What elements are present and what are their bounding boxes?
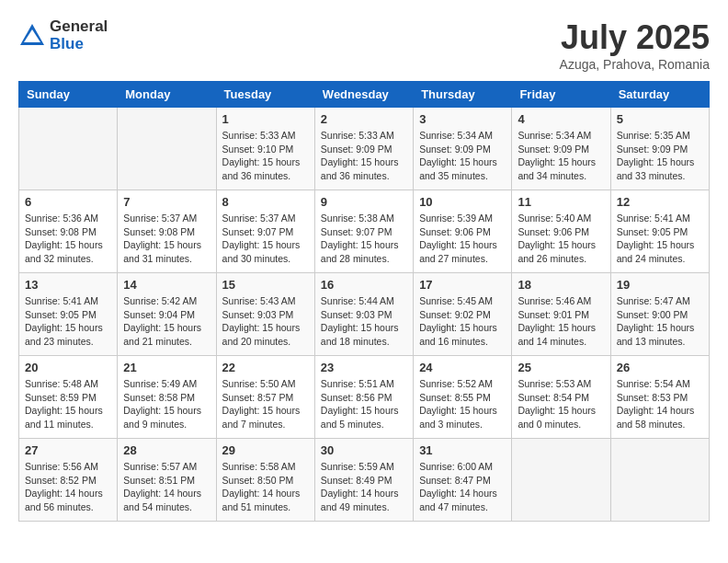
logo-text: General Blue	[50, 18, 108, 52]
day-number: 11	[518, 195, 604, 209]
calendar-cell: 26Sunrise: 5:54 AM Sunset: 8:53 PM Dayli…	[610, 356, 709, 439]
calendar-cell: 24Sunrise: 5:52 AM Sunset: 8:55 PM Dayli…	[414, 356, 512, 439]
day-number: 21	[123, 361, 210, 374]
calendar-cell: 6Sunrise: 5:36 AM Sunset: 9:08 PM Daylig…	[19, 190, 118, 273]
day-number: 9	[321, 195, 407, 209]
day-info: Sunrise: 5:37 AM Sunset: 9:08 PM Dayligh…	[123, 212, 210, 266]
day-info: Sunrise: 5:47 AM Sunset: 9:00 PM Dayligh…	[617, 294, 703, 349]
weekday-header: Tuesday	[216, 82, 314, 108]
day-number: 2	[321, 112, 407, 126]
weekday-header: Monday	[118, 82, 216, 108]
calendar-cell: 13Sunrise: 5:41 AM Sunset: 9:05 PM Dayli…	[19, 273, 118, 356]
calendar-cell	[610, 439, 709, 522]
day-info: Sunrise: 5:51 AM Sunset: 8:56 PM Dayligh…	[321, 377, 407, 431]
day-number: 8	[222, 195, 309, 209]
calendar-cell: 30Sunrise: 5:59 AM Sunset: 8:49 PM Dayli…	[314, 439, 413, 522]
day-info: Sunrise: 5:38 AM Sunset: 9:07 PM Dayligh…	[321, 212, 407, 266]
calendar-cell	[19, 108, 118, 190]
day-info: Sunrise: 5:34 AM Sunset: 9:09 PM Dayligh…	[518, 129, 604, 183]
month-year: July 2025	[560, 18, 710, 57]
day-number: 7	[123, 195, 210, 209]
calendar-week-row: 13Sunrise: 5:41 AM Sunset: 9:05 PM Dayli…	[19, 273, 710, 356]
day-number: 24	[419, 361, 506, 374]
logo-blue: Blue	[50, 36, 108, 53]
day-number: 12	[617, 195, 703, 209]
weekday-header: Wednesday	[314, 82, 413, 108]
day-info: Sunrise: 5:53 AM Sunset: 8:54 PM Dayligh…	[518, 377, 604, 431]
day-number: 13	[25, 278, 111, 292]
calendar-cell: 14Sunrise: 5:42 AM Sunset: 9:04 PM Dayli…	[118, 273, 216, 356]
calendar-cell: 2Sunrise: 5:33 AM Sunset: 9:09 PM Daylig…	[314, 108, 413, 190]
day-number: 3	[419, 112, 506, 126]
logo: General Blue	[18, 18, 108, 52]
calendar-cell	[512, 439, 610, 522]
day-info: Sunrise: 5:56 AM Sunset: 8:52 PM Dayligh…	[25, 460, 111, 514]
calendar-cell: 7Sunrise: 5:37 AM Sunset: 9:08 PM Daylig…	[118, 190, 216, 273]
day-number: 22	[222, 361, 309, 374]
calendar-week-row: 1Sunrise: 5:33 AM Sunset: 9:10 PM Daylig…	[19, 108, 710, 190]
day-number: 30	[321, 443, 407, 457]
calendar-cell: 29Sunrise: 5:58 AM Sunset: 8:50 PM Dayli…	[216, 439, 314, 522]
day-info: Sunrise: 5:45 AM Sunset: 9:02 PM Dayligh…	[419, 294, 506, 349]
calendar-cell: 25Sunrise: 5:53 AM Sunset: 8:54 PM Dayli…	[512, 356, 610, 439]
calendar-cell: 15Sunrise: 5:43 AM Sunset: 9:03 PM Dayli…	[216, 273, 314, 356]
day-info: Sunrise: 5:43 AM Sunset: 9:03 PM Dayligh…	[222, 294, 309, 349]
day-info: Sunrise: 5:52 AM Sunset: 8:55 PM Dayligh…	[419, 377, 506, 431]
day-info: Sunrise: 5:33 AM Sunset: 9:10 PM Dayligh…	[222, 129, 309, 183]
day-number: 18	[518, 278, 604, 292]
day-number: 5	[617, 112, 703, 126]
calendar-cell: 22Sunrise: 5:50 AM Sunset: 8:57 PM Dayli…	[216, 356, 314, 439]
calendar-cell: 28Sunrise: 5:57 AM Sunset: 8:51 PM Dayli…	[118, 439, 216, 522]
location: Azuga, Prahova, Romania	[560, 57, 710, 72]
calendar-cell: 11Sunrise: 5:40 AM Sunset: 9:06 PM Dayli…	[512, 190, 610, 273]
calendar-cell: 3Sunrise: 5:34 AM Sunset: 9:09 PM Daylig…	[414, 108, 512, 190]
day-number: 1	[222, 112, 309, 126]
calendar-header-row: SundayMondayTuesdayWednesdayThursdayFrid…	[19, 82, 710, 108]
calendar-cell: 19Sunrise: 5:47 AM Sunset: 9:00 PM Dayli…	[610, 273, 709, 356]
day-number: 19	[617, 278, 703, 292]
day-info: Sunrise: 5:58 AM Sunset: 8:50 PM Dayligh…	[222, 460, 309, 514]
day-info: Sunrise: 5:39 AM Sunset: 9:06 PM Dayligh…	[419, 212, 506, 266]
day-number: 29	[222, 443, 309, 457]
day-info: Sunrise: 5:37 AM Sunset: 9:07 PM Dayligh…	[222, 212, 309, 266]
day-number: 14	[123, 278, 210, 292]
day-info: Sunrise: 5:40 AM Sunset: 9:06 PM Dayligh…	[518, 212, 604, 266]
day-info: Sunrise: 5:36 AM Sunset: 9:08 PM Dayligh…	[25, 212, 111, 266]
day-number: 4	[518, 112, 604, 126]
calendar-week-row: 6Sunrise: 5:36 AM Sunset: 9:08 PM Daylig…	[19, 190, 710, 273]
calendar-cell: 20Sunrise: 5:48 AM Sunset: 8:59 PM Dayli…	[19, 356, 118, 439]
logo-general: General	[50, 18, 108, 36]
weekday-header: Sunday	[19, 82, 118, 108]
calendar-cell: 27Sunrise: 5:56 AM Sunset: 8:52 PM Dayli…	[19, 439, 118, 522]
day-number: 27	[25, 443, 111, 457]
day-number: 17	[419, 278, 506, 292]
calendar-cell: 12Sunrise: 5:41 AM Sunset: 9:05 PM Dayli…	[610, 190, 709, 273]
day-info: Sunrise: 5:54 AM Sunset: 8:53 PM Dayligh…	[617, 377, 703, 431]
calendar-cell: 10Sunrise: 5:39 AM Sunset: 9:06 PM Dayli…	[414, 190, 512, 273]
calendar-cell: 31Sunrise: 6:00 AM Sunset: 8:47 PM Dayli…	[414, 439, 512, 522]
day-number: 31	[419, 443, 506, 457]
day-number: 16	[321, 278, 407, 292]
weekday-header: Thursday	[414, 82, 512, 108]
title-area: July 2025 Azuga, Prahova, Romania	[560, 18, 710, 72]
logo-icon	[18, 22, 46, 50]
day-info: Sunrise: 5:35 AM Sunset: 9:09 PM Dayligh…	[617, 129, 703, 183]
day-info: Sunrise: 5:50 AM Sunset: 8:57 PM Dayligh…	[222, 377, 309, 431]
day-number: 25	[518, 361, 604, 374]
day-info: Sunrise: 5:46 AM Sunset: 9:01 PM Dayligh…	[518, 294, 604, 349]
calendar-cell: 4Sunrise: 5:34 AM Sunset: 9:09 PM Daylig…	[512, 108, 610, 190]
calendar-cell: 1Sunrise: 5:33 AM Sunset: 9:10 PM Daylig…	[216, 108, 314, 190]
day-number: 20	[25, 361, 111, 374]
day-info: Sunrise: 5:57 AM Sunset: 8:51 PM Dayligh…	[123, 460, 210, 514]
weekday-header: Friday	[512, 82, 610, 108]
day-number: 23	[321, 361, 407, 374]
calendar-table: SundayMondayTuesdayWednesdayThursdayFrid…	[18, 81, 710, 522]
day-number: 26	[617, 361, 703, 374]
day-info: Sunrise: 5:42 AM Sunset: 9:04 PM Dayligh…	[123, 294, 210, 349]
day-info: Sunrise: 5:49 AM Sunset: 8:58 PM Dayligh…	[123, 377, 210, 431]
day-number: 6	[25, 195, 111, 209]
calendar-cell: 18Sunrise: 5:46 AM Sunset: 9:01 PM Dayli…	[512, 273, 610, 356]
calendar-week-row: 27Sunrise: 5:56 AM Sunset: 8:52 PM Dayli…	[19, 439, 710, 522]
day-info: Sunrise: 5:59 AM Sunset: 8:49 PM Dayligh…	[321, 460, 407, 514]
day-info: Sunrise: 6:00 AM Sunset: 8:47 PM Dayligh…	[419, 460, 506, 514]
